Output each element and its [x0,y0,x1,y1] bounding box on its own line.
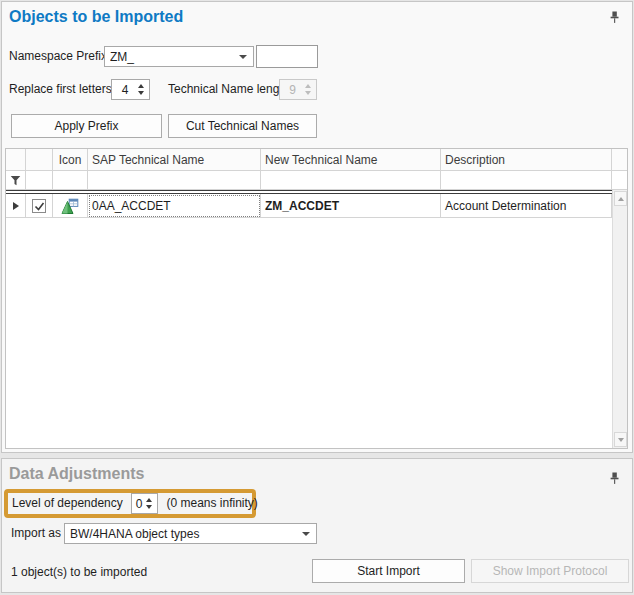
pin-icon[interactable] [609,11,620,24]
panel-title: Objects to be Imported [9,8,183,26]
import-as-value: BW/4HANA object types [70,527,302,541]
spin-down-icon[interactable] [146,505,152,509]
pin-icon[interactable] [609,472,620,485]
data-adjustments-panel: Data Adjustments Level of dependency 0 (… [1,458,633,593]
spin-up-icon [305,84,311,88]
checkbox-checked[interactable] [32,199,46,213]
filter-funnel-icon [10,175,21,186]
status-text: 1 object(s) to be imported [11,560,147,584]
scroll-down-icon [618,438,624,442]
filter-icon-cell[interactable] [53,171,88,190]
objects-grid: Icon SAP Technical Name New Technical Na… [5,148,628,449]
technical-name-length-stepper: 9 [279,79,317,100]
filter-sap-cell[interactable] [88,171,261,190]
scroll-down-button[interactable] [614,432,627,447]
header-row-indicator [6,149,26,171]
level-of-dependency-label: Level of dependency [12,493,123,514]
objects-to-be-imported-panel: Objects to be Imported Namespace Prefix … [1,1,633,453]
namespace-prefix-value: ZM_ [110,50,239,64]
filter-new-cell[interactable] [261,171,441,190]
header-description[interactable]: Description [441,149,612,171]
filter-pad [612,171,627,190]
scroll-up-button[interactable] [614,191,627,206]
level-of-dependency-hint: (0 means infinity) [166,493,257,514]
cell-description[interactable]: Account Determination [441,194,612,218]
header-icon-column[interactable]: Icon [53,149,88,171]
filter-description-cell[interactable] [441,171,612,190]
namespace-custom-input[interactable] [256,45,318,68]
table-row[interactable]: 0AA_ACCDET ZM_ACCDET Account Determinati… [6,194,627,218]
vertical-scrollbar[interactable] [612,190,627,448]
row-arrow-icon [13,202,19,210]
start-import-button[interactable]: Start Import [312,559,465,583]
technical-name-length-value: 9 [284,83,301,97]
show-import-protocol-button: Show Import Protocol [471,559,629,583]
header-checkbox-column[interactable] [26,149,53,171]
namespace-prefix-combo[interactable]: ZM_ [104,46,254,67]
row-checkbox-cell[interactable] [26,194,53,218]
level-of-dependency-stepper[interactable]: 0 [131,493,159,514]
replace-first-letters-value: 4 [116,83,134,97]
chevron-down-icon [302,532,310,536]
panel-title: Data Adjustments [9,465,144,483]
header-new-technical-name[interactable]: New Technical Name [261,149,441,171]
spin-up-icon[interactable] [138,84,144,88]
import-as-label: Import as [11,523,61,544]
filter-checkbox-cell[interactable] [26,171,53,190]
replace-first-letters-stepper[interactable]: 4 [111,79,150,100]
header-pad [612,149,627,171]
spin-down-icon [305,91,311,95]
apply-prefix-button[interactable]: Apply Prefix [11,114,162,138]
replace-first-letters-label: Replace first letters [9,79,112,100]
cell-sap-technical-name[interactable]: 0AA_ACCDET [88,194,261,218]
chevron-down-icon [239,55,247,59]
dependency-highlight-annotation: Level of dependency 0 (0 means infinity) [4,489,256,518]
import-as-dropdown[interactable]: BW/4HANA object types [64,523,317,544]
scroll-up-icon [618,197,624,201]
cut-technical-names-button[interactable]: Cut Technical Names [168,114,317,138]
row-icon-cell [53,194,88,218]
filter-row-indicator [6,171,26,190]
grid-filter-row [6,171,627,190]
cell-new-technical-name[interactable]: ZM_ACCDET [261,194,441,218]
grid-header-row: Icon SAP Technical Name New Technical Na… [6,149,627,171]
row-focus-indicator [6,194,26,218]
technical-name-length-label: Technical Name length [168,79,289,100]
spin-down-icon[interactable] [138,91,144,95]
header-sap-technical-name[interactable]: SAP Technical Name [88,149,261,171]
spin-up-icon[interactable] [146,498,152,502]
sap-infoobject-icon [61,197,79,215]
namespace-prefix-label: Namespace Prefix [9,46,107,67]
level-of-dependency-value: 0 [136,497,143,511]
